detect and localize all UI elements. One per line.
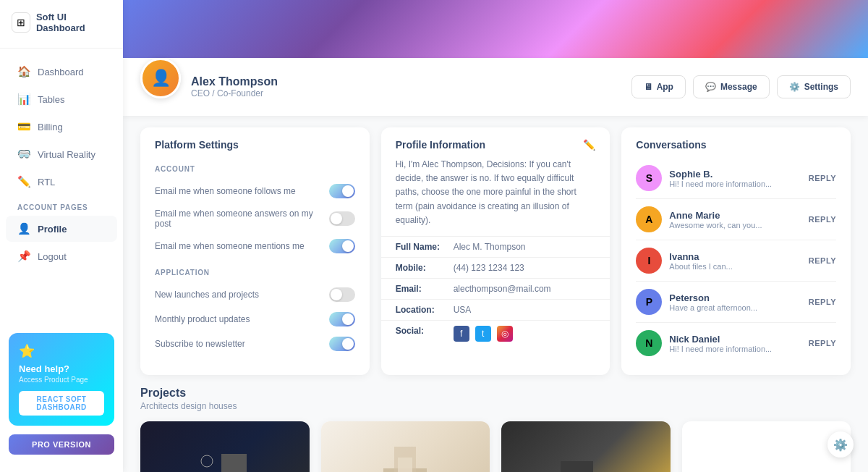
conv-reply-4[interactable]: REPLY [809,339,836,347]
setting-row-2: Email me when someone mentions me [155,234,355,258]
svg-rect-1 [221,454,247,472]
sidebar-item-logout[interactable]: 📌 Logout [6,243,117,269]
gear-fab-button[interactable]: ⚙️ [827,431,854,458]
conv-reply-3[interactable]: REPLY [809,298,836,306]
profile-field-value-mobile: (44) 123 1234 123 [454,263,524,273]
platform-settings-card: Platform Settings ACCOUNT Email me when … [140,127,370,375]
sidebar-item-dashboard[interactable]: 🏠 Dashboard [6,59,117,85]
project-card-2[interactable]: Project #3 Minimalist Different people h… [501,421,671,472]
star-icon: ⭐ [19,343,104,359]
header-banner [123,0,868,58]
instagram-icon[interactable]: ◎ [497,326,513,342]
conv-preview-4: Hi! I need more information... [669,345,808,353]
sidebar-item-label: RTL [38,177,55,187]
setting-row-0: Email me when someone follows me [155,179,355,203]
project-img-2 [501,421,671,472]
app-icon: 🖥 [644,82,652,92]
avatar: 👤 [140,58,181,98]
vr-icon: 🥽 [17,148,30,161]
projects-title: Projects [140,387,851,400]
conv-info-2: Ivanna About files I can... [669,251,808,271]
svg-rect-6 [398,458,412,472]
app-setting-label-2: Subscribe to newsletter [155,339,245,349]
edit-profile-button[interactable]: ✏️ [583,139,595,151]
conv-name-4: Nick Daniel [669,334,808,345]
account-pages-label: Account Pages [0,196,123,214]
profile-icon: 👤 [17,222,30,235]
conv-preview-0: Hi! I need more information... [669,180,808,188]
projects-header: Projects Architects design houses [140,387,851,411]
sidebar-logo: ⊞ Soft UI Dashboard [0,12,123,49]
app-setting-row-2: Subscribe to newsletter [155,332,355,356]
project-card-0[interactable]: Project #2 Modern As Uber works through … [140,421,310,472]
app-toggle-0[interactable] [329,287,355,302]
conversation-item-3: P Peterson Have a great afternoon... REP… [636,282,836,323]
projects-grid: Project #2 Modern As Uber works through … [140,421,851,472]
sidebar-item-label: Profile [38,224,67,235]
setting-label-1: Email me when someone answers on my post [155,208,329,229]
conv-reply-2[interactable]: REPLY [809,256,836,265]
profile-information-title: Profile Information [396,139,485,151]
conv-info-3: Peterson Have a great afternoon... [669,292,808,312]
rtl-icon: ✏️ [17,175,30,188]
help-subtitle: Access Product Page [19,376,104,384]
project-card-1[interactable]: Project #1 Scandinavian Music is somethi… [321,421,490,472]
sidebar-item-vr[interactable]: 🥽 Virtual Reality [6,141,117,167]
sidebar-item-tables[interactable]: 📊 Tables [6,86,117,112]
profile-header-left: 👤 Alex Thompson CEO / Co-Founder [140,67,278,107]
conv-preview-1: Awesome work, can you... [669,221,808,229]
profile-field-mobile: Mobile: (44) 123 1234 123 [381,257,610,278]
conv-reply-0[interactable]: REPLY [809,174,836,182]
sidebar-item-profile[interactable]: 👤 Profile [6,216,117,242]
main-content: 👤 Alex Thompson CEO / Co-Founder 🖥 App 💬… [123,0,868,472]
profile-field-location: Location: USA [381,299,610,320]
app-button[interactable]: 🖥 App [631,75,686,98]
app-toggle-2[interactable] [329,337,355,351]
profile-field-email: Email: alecthompson@mail.com [381,278,610,299]
twitter-icon[interactable]: t [475,326,491,342]
conv-info-4: Nick Daniel Hi! I need more information.… [669,334,808,353]
projects-subtitle: Architects design houses [140,401,851,411]
sidebar-nav: 🏠 Dashboard 📊 Tables 💳 Billing 🥽 Virtual… [0,49,123,333]
conversations-title: Conversations [636,139,706,151]
toggle-0[interactable] [329,184,355,198]
logout-icon: 📌 [17,250,30,263]
platform-settings-title: Platform Settings [155,139,239,151]
profile-field-social: Social: f t ◎ [381,320,610,347]
conv-info-0: Sophie B. Hi! I need more information... [669,169,808,188]
toggle-1[interactable] [329,211,354,226]
profile-field-label-mobile: Mobile: [396,263,454,273]
app-setting-row-1: Monthly product updates [155,307,355,332]
toggle-2[interactable] [329,239,355,253]
facebook-icon[interactable]: f [454,326,469,342]
sidebar-item-billing[interactable]: 💳 Billing [6,114,117,140]
profile-field-value-location: USA [454,305,472,315]
new-project-card[interactable]: + New project [682,421,851,472]
sidebar-item-rtl[interactable]: ✏️ RTL [6,169,117,195]
settings-button[interactable]: ⚙️ Settings [777,75,851,98]
conv-preview-3: Have a great afternoon... [669,303,808,312]
conversation-item-2: I Ivanna About files I can... REPLY [636,240,836,282]
conv-reply-1[interactable]: REPLY [809,215,836,224]
account-section-label: ACCOUNT [155,165,355,173]
help-button[interactable]: REACT SOFT DASHBOARD [19,391,104,416]
pro-version-button[interactable]: PRO VERSION [9,434,114,455]
conv-avatar-3: P [636,289,662,315]
sidebar-help-widget: ⭐ Need help? Access Product Page REACT S… [9,333,114,426]
social-icons: f t ◎ [454,326,513,342]
conv-avatar-1: A [636,206,662,232]
profile-field-label-email: Email: [396,284,454,294]
application-section-label: APPLICATION [155,269,355,277]
settings-button-label: Settings [804,82,838,92]
svg-point-3 [201,455,213,467]
profile-field-value-email: alecthompson@mail.com [454,284,551,294]
conversations-body: S Sophie B. Hi! I need more information.… [621,158,851,375]
conversation-item-4: N Nick Daniel Hi! I need more informatio… [636,323,836,363]
sidebar-item-label: Billing [38,122,63,132]
profile-information-card: Profile Information ✏️ Hi, I'm Alec Thom… [381,127,610,375]
message-button[interactable]: 💬 Message [693,75,770,98]
content-grid: Platform Settings ACCOUNT Email me when … [123,116,868,387]
app-toggle-1[interactable] [329,312,355,326]
conv-avatar-0: S [636,165,662,191]
logo-icon: ⊞ [12,12,30,33]
